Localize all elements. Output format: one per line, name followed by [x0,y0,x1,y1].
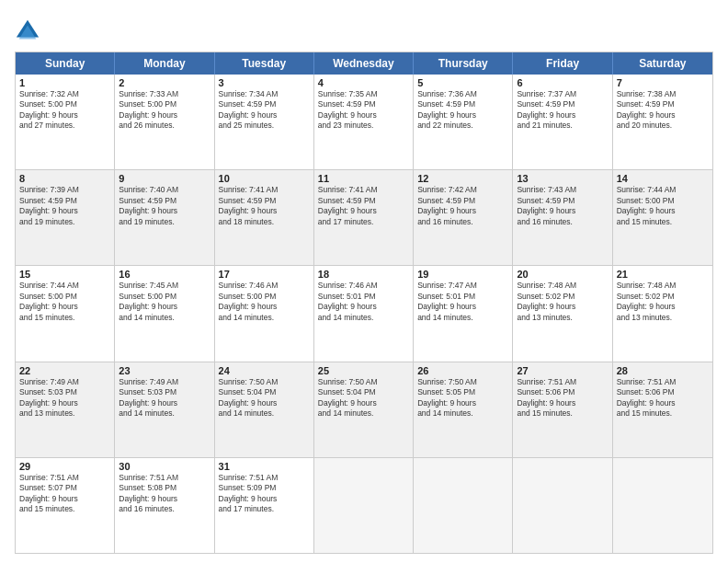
day-number: 22 [19,365,110,376]
day-number: 17 [219,269,310,280]
day-info: Sunrise: 7:51 AM Sunset: 5:06 PM Dayligh… [517,377,608,419]
logo [15,18,44,44]
calendar-cell: 4Sunrise: 7:35 AM Sunset: 4:59 PM Daylig… [314,75,414,169]
day-number: 14 [617,173,709,184]
calendar-cell: 25Sunrise: 7:50 AM Sunset: 5:04 PM Dayli… [314,362,414,457]
calendar-cell: 29Sunrise: 7:51 AM Sunset: 5:07 PM Dayli… [16,458,115,553]
calendar-body: 1Sunrise: 7:32 AM Sunset: 5:00 PM Daylig… [16,75,712,553]
day-info: Sunrise: 7:37 AM Sunset: 4:59 PM Dayligh… [517,89,608,132]
day-number: 16 [119,269,210,280]
calendar-cell: 28Sunrise: 7:51 AM Sunset: 5:06 PM Dayli… [613,362,712,457]
day-number: 15 [19,269,110,280]
day-info: Sunrise: 7:38 AM Sunset: 4:59 PM Dayligh… [617,89,709,132]
header-day: Sunday [16,52,115,75]
calendar-cell: 15Sunrise: 7:44 AM Sunset: 5:00 PM Dayli… [16,266,115,361]
calendar-cell: 16Sunrise: 7:45 AM Sunset: 5:00 PM Dayli… [115,266,214,361]
day-info: Sunrise: 7:41 AM Sunset: 4:59 PM Dayligh… [318,185,409,227]
day-number: 27 [517,365,608,376]
day-info: Sunrise: 7:41 AM Sunset: 4:59 PM Dayligh… [219,185,310,227]
day-number: 20 [517,269,608,280]
calendar-cell: 27Sunrise: 7:51 AM Sunset: 5:06 PM Dayli… [513,362,612,457]
calendar-cell: 2Sunrise: 7:33 AM Sunset: 5:00 PM Daylig… [115,75,214,169]
day-number: 10 [219,173,310,184]
day-number: 6 [517,77,608,88]
day-number: 28 [617,365,709,376]
calendar-cell: 23Sunrise: 7:49 AM Sunset: 5:03 PM Dayli… [115,362,214,457]
day-info: Sunrise: 7:51 AM Sunset: 5:08 PM Dayligh… [119,473,210,515]
day-number: 25 [318,365,409,376]
day-number: 9 [119,173,210,184]
day-info: Sunrise: 7:44 AM Sunset: 5:00 PM Dayligh… [617,185,709,227]
calendar-cell: 17Sunrise: 7:46 AM Sunset: 5:00 PM Dayli… [215,266,314,361]
day-info: Sunrise: 7:51 AM Sunset: 5:06 PM Dayligh… [617,377,709,419]
calendar-cell: 8Sunrise: 7:39 AM Sunset: 4:59 PM Daylig… [16,170,115,265]
day-info: Sunrise: 7:44 AM Sunset: 5:00 PM Dayligh… [19,281,110,323]
day-number: 8 [19,173,110,184]
day-number: 3 [219,77,310,88]
day-info: Sunrise: 7:50 AM Sunset: 5:05 PM Dayligh… [417,377,508,419]
day-info: Sunrise: 7:50 AM Sunset: 5:04 PM Dayligh… [219,377,310,419]
header-day: Tuesday [215,52,314,75]
day-number: 18 [318,269,409,280]
day-number: 29 [19,461,110,472]
day-number: 11 [318,173,409,184]
calendar-row: 22Sunrise: 7:49 AM Sunset: 5:03 PM Dayli… [16,362,712,457]
calendar-cell [314,458,414,553]
header-day: Wednesday [314,52,414,75]
header-day: Friday [513,52,612,75]
day-number: 19 [417,269,508,280]
day-number: 21 [617,269,709,280]
calendar-row: 1Sunrise: 7:32 AM Sunset: 5:00 PM Daylig… [16,75,712,169]
calendar-cell: 5Sunrise: 7:36 AM Sunset: 4:59 PM Daylig… [414,75,513,169]
calendar-cell: 3Sunrise: 7:34 AM Sunset: 4:59 PM Daylig… [215,75,314,169]
calendar-cell [414,458,513,553]
calendar-cell: 21Sunrise: 7:48 AM Sunset: 5:02 PM Dayli… [613,266,712,361]
day-info: Sunrise: 7:46 AM Sunset: 5:00 PM Dayligh… [219,281,310,323]
day-info: Sunrise: 7:50 AM Sunset: 5:04 PM Dayligh… [318,377,409,419]
day-number: 31 [219,461,310,472]
day-number: 2 [119,77,210,88]
day-info: Sunrise: 7:36 AM Sunset: 4:59 PM Dayligh… [417,89,508,132]
calendar-cell: 18Sunrise: 7:46 AM Sunset: 5:01 PM Dayli… [314,266,414,361]
day-info: Sunrise: 7:42 AM Sunset: 4:59 PM Dayligh… [417,185,508,227]
calendar-cell: 20Sunrise: 7:48 AM Sunset: 5:02 PM Dayli… [513,266,612,361]
day-info: Sunrise: 7:35 AM Sunset: 4:59 PM Dayligh… [318,89,409,132]
day-info: Sunrise: 7:49 AM Sunset: 5:03 PM Dayligh… [19,377,110,419]
day-info: Sunrise: 7:48 AM Sunset: 5:02 PM Dayligh… [517,281,608,323]
header-day: Thursday [414,52,513,75]
day-number: 7 [617,77,709,88]
day-info: Sunrise: 7:47 AM Sunset: 5:01 PM Dayligh… [417,281,508,323]
calendar-cell: 6Sunrise: 7:37 AM Sunset: 4:59 PM Daylig… [513,75,612,169]
day-info: Sunrise: 7:45 AM Sunset: 5:00 PM Dayligh… [119,281,210,323]
logo-icon [15,18,40,44]
calendar-cell: 26Sunrise: 7:50 AM Sunset: 5:05 PM Dayli… [414,362,513,457]
header-day: Saturday [613,52,712,75]
day-info: Sunrise: 7:40 AM Sunset: 4:59 PM Dayligh… [119,185,210,227]
calendar-cell: 19Sunrise: 7:47 AM Sunset: 5:01 PM Dayli… [414,266,513,361]
day-info: Sunrise: 7:43 AM Sunset: 4:59 PM Dayligh… [517,185,608,227]
calendar-cell: 1Sunrise: 7:32 AM Sunset: 5:00 PM Daylig… [16,75,115,169]
calendar-cell: 13Sunrise: 7:43 AM Sunset: 4:59 PM Dayli… [513,170,612,265]
day-number: 5 [417,77,508,88]
calendar-cell: 10Sunrise: 7:41 AM Sunset: 4:59 PM Dayli… [215,170,314,265]
page: SundayMondayTuesdayWednesdayThursdayFrid… [0,0,728,563]
day-info: Sunrise: 7:39 AM Sunset: 4:59 PM Dayligh… [19,185,110,227]
calendar-cell: 31Sunrise: 7:51 AM Sunset: 5:09 PM Dayli… [215,458,314,553]
calendar-row: 8Sunrise: 7:39 AM Sunset: 4:59 PM Daylig… [16,169,712,265]
calendar-cell: 9Sunrise: 7:40 AM Sunset: 4:59 PM Daylig… [115,170,214,265]
day-number: 12 [417,173,508,184]
calendar: SundayMondayTuesdayWednesdayThursdayFrid… [15,52,713,554]
calendar-cell: 22Sunrise: 7:49 AM Sunset: 5:03 PM Dayli… [16,362,115,457]
day-number: 1 [19,77,110,88]
calendar-cell: 24Sunrise: 7:50 AM Sunset: 5:04 PM Dayli… [215,362,314,457]
calendar-header: SundayMondayTuesdayWednesdayThursdayFrid… [16,52,712,75]
calendar-row: 15Sunrise: 7:44 AM Sunset: 5:00 PM Dayli… [16,265,712,361]
calendar-cell: 7Sunrise: 7:38 AM Sunset: 4:59 PM Daylig… [613,75,712,169]
day-number: 4 [318,77,409,88]
calendar-cell: 11Sunrise: 7:41 AM Sunset: 4:59 PM Dayli… [314,170,414,265]
day-info: Sunrise: 7:51 AM Sunset: 5:07 PM Dayligh… [19,473,110,515]
calendar-row: 29Sunrise: 7:51 AM Sunset: 5:07 PM Dayli… [16,457,712,553]
day-info: Sunrise: 7:48 AM Sunset: 5:02 PM Dayligh… [617,281,709,323]
day-number: 30 [119,461,210,472]
header-day: Monday [115,52,214,75]
